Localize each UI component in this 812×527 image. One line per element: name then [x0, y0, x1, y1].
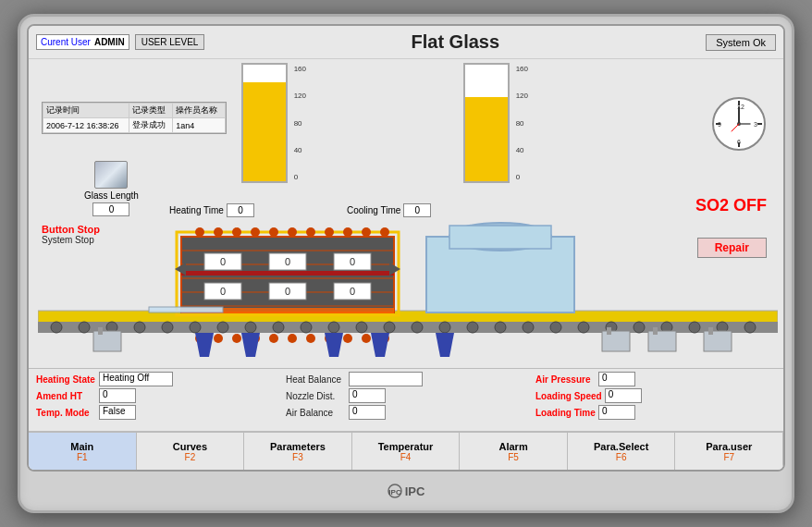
svg-point-22	[245, 322, 256, 333]
nav-item-main[interactable]: Main F1	[29, 433, 137, 470]
nav-curves-label: Curves	[173, 441, 207, 452]
gauge-right-labels: 160 120 80 40 0	[516, 65, 528, 181]
header: Curent User ADMIN USER LEVEL Flat Glass …	[29, 26, 783, 59]
svg-marker-99	[241, 333, 260, 357]
svg-point-27	[384, 322, 395, 333]
heating-state-value[interactable]: Heating Off	[99, 372, 173, 386]
nav-parameters-key: F3	[292, 452, 303, 462]
col1: Heating State Heating Off Amend HT 0 Tem…	[36, 372, 277, 422]
nav-item-parameters[interactable]: Parameters F3	[244, 433, 352, 470]
glass-length-value[interactable]: 0	[92, 202, 129, 216]
logo: IPC IPC	[388, 484, 425, 498]
svg-point-85	[362, 334, 371, 343]
nav-item-alarm[interactable]: Alarm F5	[460, 433, 568, 470]
svg-marker-102	[436, 333, 454, 357]
svg-rect-73	[708, 327, 713, 335]
nav-paraselect-key: F6	[616, 452, 627, 462]
svg-point-81	[288, 334, 297, 343]
logo-icon: IPC	[388, 484, 402, 498]
cooling-time-value[interactable]: 0	[403, 203, 431, 217]
heat-balance-value[interactable]	[349, 372, 423, 386]
logo-text: IPC	[405, 484, 425, 498]
loading-time-value[interactable]: 0	[598, 405, 635, 420]
svg-point-21	[217, 322, 228, 333]
navbar: Main F1 Curves F2 Parameters F3 Temperat…	[29, 431, 783, 470]
nav-item-curves[interactable]: Curves F2	[137, 433, 245, 470]
svg-point-40	[744, 322, 756, 333]
svg-point-26	[356, 322, 367, 333]
svg-point-88	[214, 227, 223, 237]
svg-point-30	[467, 322, 478, 333]
log-header-operator: 操作员名称	[173, 104, 226, 118]
svg-text:0: 0	[285, 256, 290, 267]
svg-point-23	[273, 322, 284, 333]
nav-alarm-key: F5	[508, 452, 519, 462]
svg-point-25	[328, 322, 339, 333]
nav-item-parauser[interactable]: Para.user F7	[675, 433, 783, 470]
nav-parameters-label: Parameters	[270, 441, 326, 452]
log-area: 记录时间 记录类型 操作员名称 2006-7-12 16:38:26 登录成功 …	[42, 102, 227, 134]
nav-paraselect-label: Para.Select	[594, 441, 648, 452]
current-user-label: Curent User	[41, 37, 91, 47]
loading-speed-label: Loading Speed	[535, 391, 602, 401]
system-status: System Ok	[706, 34, 776, 51]
svg-rect-72	[704, 331, 732, 351]
log-row1-type: 登录成功	[129, 118, 173, 133]
amend-ht-label: Amend HT	[36, 391, 96, 401]
gauge-right-container: 160 120 80 40 0	[463, 63, 510, 183]
glass-length-box: Glass Length 0	[84, 161, 139, 216]
svg-text:6: 6	[737, 139, 741, 145]
svg-rect-66	[93, 331, 121, 351]
nav-main-key: F1	[77, 452, 88, 462]
svg-text:9: 9	[718, 121, 721, 128]
amend-ht-value[interactable]: 0	[99, 388, 136, 403]
svg-point-97	[380, 227, 389, 237]
svg-rect-65	[149, 307, 223, 313]
nozzle-dist-row: Nozzle Dist. 0	[286, 388, 526, 403]
svg-point-80	[269, 334, 278, 343]
nav-item-paraselect[interactable]: Para.Select F6	[568, 433, 676, 470]
svg-rect-70	[648, 331, 676, 351]
gauge-left-labels: 160 120 80 40 0	[294, 65, 306, 181]
svg-rect-71	[653, 327, 658, 335]
heating-time-group: Heating Time 0	[169, 203, 254, 217]
user-box: Curent User ADMIN	[36, 34, 129, 50]
nozzle-dist-label: Nozzle Dist.	[286, 391, 346, 401]
svg-point-19	[162, 322, 173, 333]
heating-time-value[interactable]: 0	[227, 203, 254, 217]
heating-state-label: Heating State	[36, 374, 96, 385]
air-balance-row: Air Balance 0	[286, 405, 526, 420]
user-level-button[interactable]: USER LEVEL	[135, 34, 205, 50]
svg-point-38	[689, 322, 700, 333]
furnace-svg: 0 0 0 0 0 0	[38, 218, 778, 362]
temp-mode-value[interactable]: False	[99, 405, 136, 420]
glass-icon	[94, 161, 128, 189]
air-balance-value[interactable]: 0	[349, 405, 386, 420]
svg-point-16	[79, 322, 90, 333]
log-header-type: 记录类型	[129, 104, 173, 118]
nav-main-label: Main	[70, 441, 93, 452]
svg-rect-61	[181, 271, 394, 276]
svg-point-32	[523, 322, 534, 333]
glass-length-label: Glass Length	[84, 190, 139, 201]
svg-point-90	[251, 227, 260, 237]
gauge-left: 160 120 80 40 0	[241, 63, 288, 206]
heat-balance-label: Heat Balance	[286, 374, 346, 385]
loading-speed-value[interactable]: 0	[605, 388, 642, 403]
main-content: 记录时间 记录类型 操作员名称 2006-7-12 16:38:26 登录成功 …	[29, 59, 783, 368]
loading-time-row: Loading Time 0	[535, 405, 776, 420]
svg-point-31	[495, 322, 506, 333]
nozzle-dist-value[interactable]: 0	[349, 388, 386, 403]
svg-point-77	[214, 334, 223, 343]
col2: Heat Balance Nozzle Dist. 0 Air Balance …	[286, 372, 526, 422]
air-pressure-value[interactable]: 0	[598, 372, 635, 386]
clock: 12 3 6 9	[711, 96, 767, 152]
time-labels: Heating Time 0 Cooling Time 0	[169, 203, 431, 217]
so2-status: SO2 OFF	[695, 196, 767, 215]
svg-marker-101	[371, 333, 389, 357]
amend-ht-row: Amend HT 0	[36, 388, 277, 403]
loading-time-label: Loading Time	[535, 408, 596, 418]
air-pressure-row: Air Pressure 0	[535, 372, 776, 386]
nav-item-temperatur[interactable]: Temperatur F4	[352, 433, 461, 470]
temp-mode-row: Temp. Mode False	[36, 405, 277, 420]
